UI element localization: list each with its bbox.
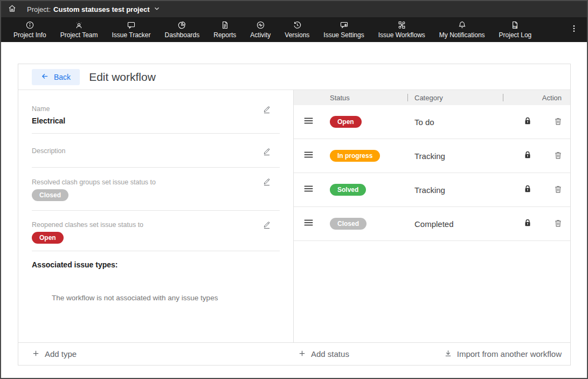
drag-handle[interactable] (294, 185, 323, 195)
column-header-category: Category (407, 90, 503, 105)
trash-icon (554, 150, 563, 162)
name-field: Name Electrical (32, 90, 280, 134)
statuses-table-body: Open To do In progress Tracking (294, 105, 570, 241)
pencil-icon (262, 107, 271, 115)
nav-items: Project InfoProject TeamIssue TrackerDas… (6, 17, 538, 42)
drag-handle-icon (303, 219, 314, 229)
activity-pulse-icon (256, 20, 265, 30)
download-icon (444, 349, 452, 359)
nav-item-label: Project Team (60, 31, 98, 39)
status-badge: Closed (330, 218, 366, 230)
nav-item-issue-settings[interactable]: Issue Settings (316, 17, 371, 42)
edit-name-button[interactable] (262, 105, 271, 115)
nav-item-label: Activity (250, 31, 271, 39)
description-field[interactable]: Description (32, 134, 280, 168)
status-badge: In progress (330, 150, 380, 162)
nav-item-versions[interactable]: Versions (278, 17, 316, 42)
svg-text:log: log (513, 25, 517, 28)
team-icon (74, 20, 84, 30)
column-header-action: Action (503, 90, 570, 105)
nav-item-label: Issue Workflows (378, 31, 425, 39)
back-label: Back (54, 73, 71, 81)
edit-resolved-status-button[interactable] (262, 177, 271, 188)
resolved-status-field: Resolved clash groups set issue status t… (32, 168, 280, 211)
nav-item-project-log[interactable]: logProject Log (492, 17, 539, 42)
action-cell (503, 116, 570, 128)
category-cell: To do (407, 118, 503, 127)
chevron-down-icon (154, 5, 160, 13)
description-placeholder: Description (32, 147, 280, 155)
chat-bubble-icon (127, 20, 136, 30)
nav-item-label: Versions (285, 31, 309, 39)
delete-button[interactable] (554, 184, 563, 196)
nav-item-label: Project Log (499, 31, 532, 39)
status-badge: Open (330, 116, 362, 128)
nav-item-issue-tracker[interactable]: Issue Tracker (105, 17, 158, 42)
nav-overflow-button[interactable] (570, 24, 578, 35)
category-cell: Completed (407, 219, 503, 229)
lock-button[interactable] (523, 184, 532, 196)
nav-item-label: Issue Tracker (112, 31, 151, 39)
action-cell (503, 184, 570, 196)
lock-button[interactable] (523, 116, 532, 128)
drag-handle[interactable] (294, 151, 323, 161)
name-label: Name (32, 105, 280, 113)
pie-chart-icon (177, 20, 186, 30)
project-switcher[interactable] (154, 5, 160, 13)
nav-item-dashboards[interactable]: Dashboards (158, 17, 207, 42)
import-workflow-label: Import from another workflow (457, 349, 562, 359)
statuses-panel: Status Category Action Open To do (294, 90, 570, 342)
page-body: Back Edit workflow Name Electrical Descr… (1, 42, 587, 378)
nav-item-label: Reports (213, 31, 236, 39)
nav-item-label: Project Info (13, 31, 46, 39)
nav-item-project-info[interactable]: Project Info (6, 17, 53, 42)
trash-icon (554, 184, 563, 196)
action-cell (503, 218, 570, 230)
more-vertical-icon (570, 24, 578, 35)
footer-left: Add type (18, 349, 294, 359)
add-status-button[interactable]: Add status (298, 349, 349, 359)
column-header-status: Status (323, 90, 407, 105)
info-icon (25, 20, 34, 30)
drag-handle[interactable] (294, 219, 323, 229)
associated-types-heading: Associated issue types: (32, 260, 280, 269)
nav-item-reports[interactable]: Reports (206, 17, 243, 42)
project-topbar: Project: Custom statuses test project (1, 1, 587, 17)
add-type-button[interactable]: Add type (32, 349, 77, 359)
edit-description-button[interactable] (262, 147, 271, 157)
pencil-icon (262, 149, 271, 157)
status-table-row: Open To do (294, 105, 570, 139)
nav-item-activity[interactable]: Activity (243, 17, 278, 42)
arrow-left-icon (41, 72, 49, 82)
delete-button[interactable] (554, 218, 563, 230)
card-body: Name Electrical Description Resolved (18, 90, 570, 342)
status-table-row: In progress Tracking (294, 139, 570, 173)
status-badge: Closed (32, 189, 68, 201)
back-button[interactable]: Back (32, 69, 80, 85)
lock-button[interactable] (523, 150, 532, 162)
app-window: Project: Custom statuses test project Pr… (0, 0, 588, 379)
edit-workflow-card: Back Edit workflow Name Electrical Descr… (18, 64, 571, 366)
edit-reopened-status-button[interactable] (262, 220, 271, 231)
project-navbar: Project InfoProject TeamIssue TrackerDas… (1, 17, 587, 42)
project-name: Custom statuses test project (53, 5, 149, 13)
pencil-icon (262, 223, 271, 231)
import-workflow-button[interactable]: Import from another workflow (444, 349, 562, 359)
delete-button[interactable] (554, 150, 563, 162)
home-button[interactable] (1, 4, 23, 15)
add-status-label: Add status (311, 349, 349, 359)
lock-icon (523, 116, 532, 128)
project-label: Project: (27, 5, 51, 13)
document-icon (220, 20, 230, 30)
trash-icon (554, 218, 563, 230)
drag-handle[interactable] (294, 117, 323, 127)
delete-button[interactable] (554, 116, 563, 128)
lock-icon (523, 150, 532, 162)
nav-item-project-team[interactable]: Project Team (53, 17, 105, 42)
nav-item-my-notifications[interactable]: My Notifications (432, 17, 492, 42)
lock-button[interactable] (523, 218, 532, 230)
log-document-icon: log (510, 20, 520, 30)
nav-item-issue-workflows[interactable]: Issue Workflows (371, 17, 432, 42)
status-table-row: Solved Tracking (294, 173, 570, 207)
page-title: Edit workflow (89, 71, 156, 84)
